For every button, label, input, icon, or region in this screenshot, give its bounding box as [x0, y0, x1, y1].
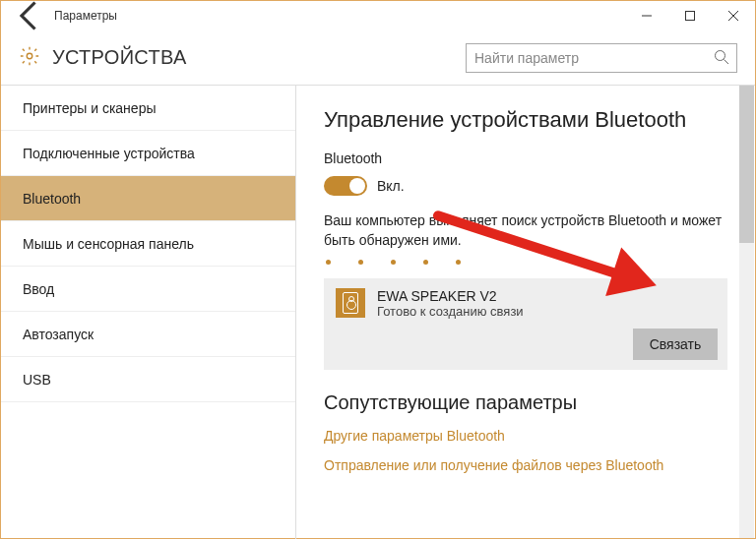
- content-pane: Управление устройствами Bluetooth Blueto…: [296, 86, 755, 539]
- sidebar-item-label: Автозапуск: [23, 327, 94, 342]
- link-other-bt-settings[interactable]: Другие параметры Bluetooth: [324, 428, 727, 444]
- sidebar-item-typing[interactable]: Ввод: [1, 267, 295, 312]
- device-name: EWA SPEAKER V2: [377, 288, 524, 304]
- window-title: Параметры: [54, 9, 625, 23]
- device-card[interactable]: EWA SPEAKER V2 Готово к созданию связи С…: [324, 278, 727, 370]
- scrollbar[interactable]: [739, 86, 754, 538]
- searching-indicator: [324, 256, 727, 278]
- related-settings-heading: Сопутствующие параметры: [324, 391, 727, 414]
- sidebar-item-label: Bluetooth: [23, 191, 81, 207]
- pair-button[interactable]: Связать: [633, 329, 718, 360]
- sidebar-item-mouse[interactable]: Мышь и сенсорная панель: [1, 221, 295, 267]
- bluetooth-toggle-label: Bluetooth: [324, 150, 727, 166]
- sidebar-item-label: USB: [23, 372, 51, 388]
- minimize-button[interactable]: [625, 1, 668, 30]
- svg-point-2: [716, 50, 725, 60]
- gear-icon: [19, 45, 40, 71]
- header: УСТРОЙСТВА: [1, 30, 755, 86]
- page-title: Управление устройствами Bluetooth: [324, 107, 727, 133]
- maximize-button[interactable]: [668, 1, 712, 30]
- sidebar-item-printers[interactable]: Принтеры и сканеры: [1, 86, 295, 131]
- search-icon: [714, 49, 729, 65]
- scrollbar-thumb[interactable]: [739, 86, 754, 243]
- bluetooth-toggle[interactable]: [324, 176, 367, 196]
- sidebar: Принтеры и сканеры Подключенные устройст…: [1, 86, 296, 539]
- bluetooth-toggle-state: Вкл.: [377, 178, 405, 194]
- sidebar-item-bluetooth[interactable]: Bluetooth: [1, 176, 295, 221]
- search-box[interactable]: [466, 43, 737, 73]
- sidebar-item-label: Мышь и сенсорная панель: [23, 236, 194, 252]
- window-controls: [625, 1, 755, 30]
- sidebar-item-label: Подключенные устройства: [23, 146, 195, 161]
- sidebar-item-label: Принтеры и сканеры: [23, 100, 156, 116]
- sidebar-item-connected[interactable]: Подключенные устройства: [1, 131, 295, 176]
- link-send-receive-files[interactable]: Отправление или получение файлов через B…: [324, 457, 727, 473]
- bluetooth-status-text: Ваш компьютер выполняет поиск устройств …: [324, 211, 727, 250]
- sidebar-item-autoplay[interactable]: Автозапуск: [1, 312, 295, 357]
- page-category-title: УСТРОЙСТВА: [52, 46, 454, 69]
- svg-rect-0: [686, 12, 695, 21]
- sidebar-item-usb[interactable]: USB: [1, 357, 295, 402]
- settings-window: Параметры УСТРОЙСТВА Принтеры и сканеры …: [0, 0, 756, 539]
- back-button[interactable]: [13, 0, 48, 33]
- device-status: Готово к созданию связи: [377, 304, 524, 319]
- svg-point-1: [27, 53, 32, 59]
- search-input[interactable]: [466, 43, 737, 73]
- sidebar-item-label: Ввод: [23, 281, 54, 297]
- close-button[interactable]: [712, 1, 755, 30]
- speaker-icon: [336, 288, 365, 318]
- titlebar: Параметры: [1, 1, 755, 30]
